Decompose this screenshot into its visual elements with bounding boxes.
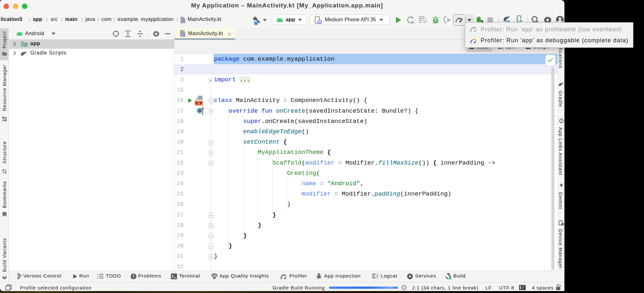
svg-text:A: A xyxy=(411,20,414,24)
